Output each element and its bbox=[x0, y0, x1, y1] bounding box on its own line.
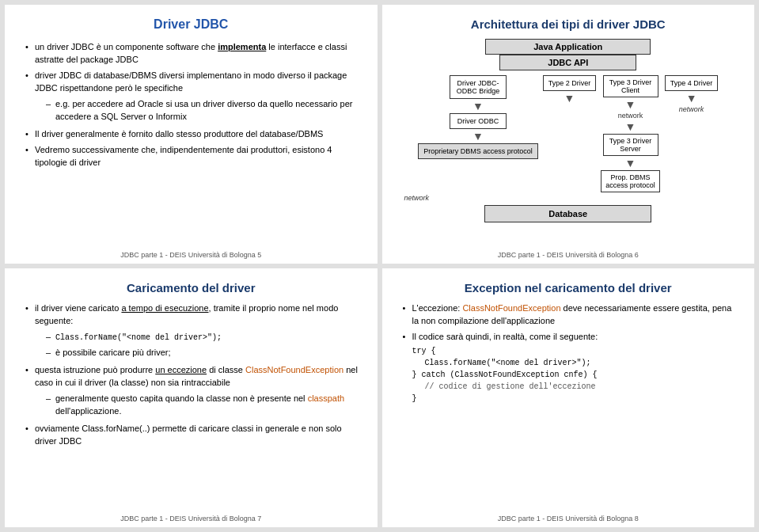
slide2-title: Architettura dei tipi di driver JDBC bbox=[397, 17, 741, 31]
slide1-bullet-3: Il driver generalmente è fornito dallo s… bbox=[25, 127, 363, 142]
slide3-underline-2: un eccezione bbox=[155, 365, 207, 374]
slide4-code-line-5: } bbox=[412, 393, 741, 405]
type4-box: Type 4 Driver bbox=[665, 75, 719, 91]
slide3-classnotfound: ClassNotFoundException bbox=[245, 365, 343, 374]
slide3-underline-1: a tempo di esecuzione bbox=[121, 303, 208, 313]
slide4-bullet-2: Il codice sarà quindi, in realtà, come i… bbox=[403, 329, 741, 345]
arrow-4: ▼ bbox=[625, 99, 636, 110]
slide4-code-line-4: // codice di gestione dell'eccezione bbox=[425, 381, 741, 393]
col-type4: Type 4 Driver ▼ network bbox=[665, 75, 719, 113]
arrow-1: ▼ bbox=[472, 101, 484, 112]
slide1-bullet-1: un driver JDBC è un componente software … bbox=[25, 40, 363, 68]
slide1-bullet-2: driver JDBC di database/DBMS diversi imp… bbox=[25, 68, 363, 127]
prop-dbms-box: Proprietary DBMS access protocol bbox=[418, 143, 538, 159]
slide-3: Caricamento del driver il driver viene c… bbox=[5, 268, 378, 527]
slide4-title: Exception nel caricamento del driver bbox=[397, 281, 741, 294]
arch-diagram: Java Application JDBC API Driver JDBC-OD… bbox=[397, 39, 741, 222]
driver-odbc-box: Driver ODBC bbox=[450, 113, 507, 129]
slide4-code-block: try { Class.forName("<nome del driver>")… bbox=[412, 345, 741, 405]
slide3-bullet-3: ovviamente Class.forName(..) permette di… bbox=[25, 421, 363, 450]
slide3-sub-2: generalmente questo capita quando la cla… bbox=[35, 391, 363, 420]
jdbc-api-box: JDBC API bbox=[499, 55, 636, 70]
slide3-bullet-2: questa istruzione può produrre un eccezi… bbox=[25, 363, 363, 421]
slide3-sub-2-1: generalmente questo capita quando la cla… bbox=[46, 391, 363, 420]
slide4-footer: JDBC parte 1 - DEIS Università di Bologn… bbox=[382, 515, 755, 522]
network-row: network bbox=[397, 194, 741, 202]
slide1-footer: JDBC parte 1 - DEIS Università di Bologn… bbox=[5, 251, 378, 259]
driver-row: Driver JDBC-ODBC Bridge ▼ Driver ODBC ▼ … bbox=[397, 75, 741, 192]
slide-4: Exception nel caricamento del driver L'e… bbox=[382, 268, 755, 527]
slide1-bullet-4: Vedremo successivamente che, indipendent… bbox=[25, 142, 363, 171]
arrow-5: ▼ bbox=[625, 121, 636, 132]
type2-box: Type 2 Driver bbox=[543, 75, 597, 91]
col-odbc-bridge: Driver JDBC-ODBC Bridge ▼ Driver ODBC ▼ … bbox=[418, 75, 538, 159]
slide3-sub-1: Class.forName("<nome del driver>"); è po… bbox=[35, 329, 363, 361]
network-label-left: network bbox=[404, 194, 430, 202]
java-application-box: Java Application bbox=[485, 39, 651, 55]
network-label-4: network bbox=[679, 105, 704, 113]
slide-2: Architettura dei tipi di driver JDBC Jav… bbox=[382, 5, 755, 264]
type3-client-box: Type 3 DriverClient bbox=[603, 75, 658, 97]
slide4-code-line-3: } catch (ClassNotFoundException cnfe) { bbox=[412, 369, 741, 381]
prop-dbms2-box: Prop. DBMSaccess protocol bbox=[601, 170, 660, 192]
type3-server-box: Type 3 DriverServer bbox=[603, 134, 658, 156]
slide3-classpath: classpath bbox=[308, 393, 344, 403]
slide3-code-1: Class.forName("<nome del driver>"); bbox=[55, 333, 222, 342]
arrow-2: ▼ bbox=[472, 131, 484, 142]
arrow-7: ▼ bbox=[686, 93, 697, 104]
page-grid: Driver JDBC un driver JDBC è un componen… bbox=[0, 0, 759, 532]
arrow-3: ▼ bbox=[564, 93, 575, 104]
slide1-sub-2-1: e.g. per accedere ad Oracle si usa un dr… bbox=[46, 97, 363, 125]
slide1-title: Driver JDBC bbox=[19, 17, 363, 32]
database-box: Database bbox=[484, 205, 651, 222]
slide4-classnotfound: ClassNotFoundException bbox=[462, 303, 560, 313]
slide4-code-line-2: Class.forName("<nome del driver>"); bbox=[425, 357, 741, 369]
slide1-title-text: Driver JDBC bbox=[154, 17, 228, 31]
network-label-3: network bbox=[618, 112, 643, 120]
arrow-6: ▼ bbox=[625, 158, 636, 169]
col-type2: Type 2 Driver ▼ bbox=[543, 75, 597, 107]
slide-1: Driver JDBC un driver JDBC è un componen… bbox=[5, 5, 378, 264]
slide4-code-line-1: try { bbox=[412, 345, 741, 357]
slide4-bullet-1: L'eccezione: ClassNotFoundException deve… bbox=[403, 301, 741, 329]
col-type3: Type 3 DriverClient ▼ network ▼ Type 3 D… bbox=[601, 75, 660, 192]
slide3-bullets: il driver viene caricato a tempo di esec… bbox=[19, 301, 363, 450]
slide2-footer: JDBC parte 1 - DEIS Università di Bologn… bbox=[382, 251, 755, 259]
slide1-bold-1: implementa bbox=[218, 42, 266, 51]
slide3-sub-1-1: Class.forName("<nome del driver>"); bbox=[46, 329, 363, 346]
slide3-footer: JDBC parte 1 - DEIS Università di Bologn… bbox=[5, 515, 378, 522]
slide1-subbullets-2: e.g. per accedere ad Oracle si usa un dr… bbox=[35, 97, 363, 125]
slide3-bullet-1: il driver viene caricato a tempo di esec… bbox=[25, 301, 363, 363]
driver-odbc-bridge-box: Driver JDBC-ODBC Bridge bbox=[450, 75, 507, 99]
slide4-bullets: L'eccezione: ClassNotFoundException deve… bbox=[397, 301, 741, 345]
slide3-title: Caricamento del driver bbox=[19, 281, 363, 294]
slide3-sub-1-2: è possibile caricare più driver; bbox=[46, 345, 363, 361]
slide1-bullets: un driver JDBC è un componente software … bbox=[19, 40, 363, 170]
